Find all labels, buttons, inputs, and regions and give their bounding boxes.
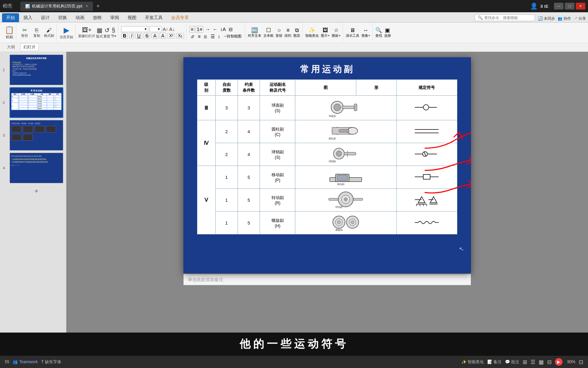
tab-review[interactable]: 审阅 xyxy=(106,13,123,22)
tab-animation[interactable]: 动画 xyxy=(71,13,88,22)
ribbon-search: 🔍 xyxy=(475,14,535,21)
svg-point-16 xyxy=(336,151,342,156)
teamwork-btn[interactable]: 👥 Teamwork xyxy=(13,359,38,364)
main-slide[interactable]: 常用运动副 级别 自由度数 约束条件数 运动副名称及代号 图 形 xyxy=(183,57,471,273)
view-mode-slide[interactable]: ▦ xyxy=(539,359,544,365)
fit-btn[interactable]: ⊡ xyxy=(579,359,583,365)
bullets-btn[interactable]: ≡ xyxy=(189,26,195,33)
arrange-btn[interactable]: ≡排列 xyxy=(284,27,291,38)
svg-point-6 xyxy=(423,105,429,110)
view-mode-presenter[interactable]: ▶ xyxy=(555,358,562,366)
slide-thumb-3[interactable]: 3 常用运动副：移动副、转动副、弧到副。 xyxy=(10,120,63,151)
slide-thumb-4[interactable]: 4 用运动副连接而成的机构对运动构件系统. • 运动链的各构件形成封闭回路成首尾… xyxy=(10,153,63,183)
maximize-btn[interactable]: □ xyxy=(565,3,574,10)
freedom-cyl: 2 xyxy=(215,120,238,143)
tab-design[interactable]: 设计 xyxy=(37,13,54,22)
numbering-btn[interactable]: 1≡ xyxy=(195,26,203,33)
copy-btn[interactable]: ⎘复制 xyxy=(31,27,42,38)
replace-btn[interactable]: ↔替换+ xyxy=(361,27,370,38)
sync-btn[interactable]: 🔄 未同步 xyxy=(538,16,555,21)
select-btn[interactable]: ▣选择 xyxy=(384,27,391,38)
tab-start[interactable]: 开始 xyxy=(2,13,19,22)
svg-rect-2 xyxy=(342,106,356,109)
slide-thumb-1[interactable]: 1 机械运动及其构件系统 常用运动副 •运动副的定义：两构件之间直接 接触并能产… xyxy=(10,55,63,85)
notes-btn[interactable]: 📝 备注 xyxy=(487,359,502,365)
svg-rect-34 xyxy=(329,198,338,200)
layout-btn[interactable]: ▦版式 xyxy=(96,27,103,39)
underline-btn[interactable]: U xyxy=(135,33,142,39)
font-size-up-btn[interactable]: A↑ xyxy=(163,27,168,32)
tab-devtools[interactable]: 开发工具 xyxy=(141,13,167,22)
svg-point-52 xyxy=(351,220,354,224)
tab-transition[interactable]: 切换 xyxy=(54,13,71,22)
outline-view-tab[interactable]: 大纲 xyxy=(4,44,18,51)
font-size-down-btn[interactable]: A↓ xyxy=(169,27,175,32)
justify-btn[interactable]: ☰ xyxy=(210,33,216,40)
indent-more-btn[interactable]: → xyxy=(204,26,211,32)
color-btn[interactable]: A xyxy=(160,33,166,39)
play-from-current-btn[interactable]: ▶当页开始 xyxy=(60,26,73,40)
shape-btn[interactable]: ○形状 xyxy=(276,27,282,38)
tab-slideshow[interactable]: 放映 xyxy=(89,13,106,22)
section-btn[interactable]: §节▾ xyxy=(111,27,116,39)
strikethrough-btn[interactable]: S xyxy=(144,33,150,39)
italic-btn[interactable]: I xyxy=(129,33,134,39)
shadow-btn[interactable]: A xyxy=(151,33,158,39)
picture-btn[interactable]: 🖼图片+ xyxy=(321,27,330,38)
add-tab-btn[interactable]: + xyxy=(94,3,102,10)
format-painter-btn[interactable]: 🖌格式刷 xyxy=(44,27,54,38)
tab-view[interactable]: 视图 xyxy=(124,13,141,22)
ribbon-group-font: ▾ ▾ A↑ A↓ B I U S A A X² X₂ xyxy=(119,24,186,42)
tab-insert[interactable]: 插入 xyxy=(19,13,36,22)
align-center-btn[interactable]: ≡ xyxy=(197,33,201,40)
columns-btn[interactable]: ⊟ xyxy=(228,26,234,32)
font-size-dropdown[interactable]: ▾ xyxy=(149,26,162,32)
align-right-btn[interactable]: ⫼ xyxy=(202,33,209,40)
new-slide-btn[interactable]: 🖼+新建幻灯片 xyxy=(78,27,95,39)
paste-btn[interactable]: 📋 粘贴 xyxy=(5,26,14,40)
tab-close-icon[interactable]: × xyxy=(86,4,88,9)
svg-point-33 xyxy=(344,198,347,201)
slide-thumb-2[interactable]: 2 常用运动副 级别 自由度 约束数 名称 图形 符号 Ⅲ xyxy=(10,87,63,118)
add-slide-btn[interactable]: + xyxy=(10,186,63,197)
find-btn[interactable]: 🔍查找 xyxy=(375,27,382,38)
review-btn[interactable]: 💬 批注 xyxy=(505,359,519,365)
constraint-screw: 5 xyxy=(238,212,260,234)
ribbon-search-input[interactable] xyxy=(484,16,532,20)
align-text-btn[interactable]: 🔤对齐文本 xyxy=(248,27,261,38)
font-name-dropdown[interactable]: ▾ xyxy=(121,26,148,32)
indent-less-btn[interactable]: ← xyxy=(212,26,218,32)
teamwork-icon: 👥 xyxy=(13,359,18,364)
view-mode-outline[interactable]: ☰ xyxy=(530,359,535,365)
svg-line-22 xyxy=(424,152,426,156)
present-tools-btn[interactable]: 🖥演示工具 xyxy=(346,27,359,38)
symbol-rot xyxy=(396,189,457,212)
close-btn[interactable]: × xyxy=(576,3,585,10)
subscript-btn[interactable]: X₂ xyxy=(176,33,184,39)
slides-view-tab[interactable]: 幻灯片 xyxy=(20,43,39,51)
smart-beautify-btn[interactable]: ✨智能美化 xyxy=(305,27,319,38)
missing-font-btn[interactable]: T 缺失字体 xyxy=(41,359,61,365)
superscript-btn[interactable]: X² xyxy=(167,33,175,39)
view-mode-normal[interactable]: ⊞ xyxy=(523,359,527,365)
review-icon: 💬 xyxy=(505,359,510,364)
text-direction-btn[interactable]: ↕A xyxy=(219,26,227,32)
file-tab[interactable]: 📊 机械设计常用机构155页.ppt × xyxy=(20,2,93,11)
cut-btn[interactable]: ✂剪切 xyxy=(19,27,30,38)
align-left-btn[interactable]: ⫻ xyxy=(189,33,196,40)
share-btn[interactable]: ↗ 分享 xyxy=(574,16,586,21)
title-right: 👤 8 tE xyxy=(530,2,549,10)
iconset-btn[interactable]: ☆图标+ xyxy=(332,27,341,38)
notes-placeholder[interactable]: 单击此处添加备注 xyxy=(188,277,223,282)
tab-premium[interactable]: 会员专享 xyxy=(167,13,193,22)
textbox-btn[interactable]: ☐文本框 xyxy=(263,27,274,38)
minimize-btn[interactable]: ─ xyxy=(554,3,564,10)
smart-beautify-status[interactable]: ✨ 智能美化 xyxy=(461,359,484,365)
layer-btn[interactable]: ⧉图层 xyxy=(293,27,300,38)
line-spacing-btn[interactable]: ↕ xyxy=(217,33,221,40)
bold-btn[interactable]: B xyxy=(121,33,128,39)
collab-btn[interactable]: 👥 协作 xyxy=(558,16,571,21)
smart-text-btn[interactable]: →转智能图 xyxy=(222,33,243,39)
reset-btn[interactable]: ↺重置 xyxy=(103,27,110,39)
view-mode-grid[interactable]: ⊟ xyxy=(547,359,552,365)
